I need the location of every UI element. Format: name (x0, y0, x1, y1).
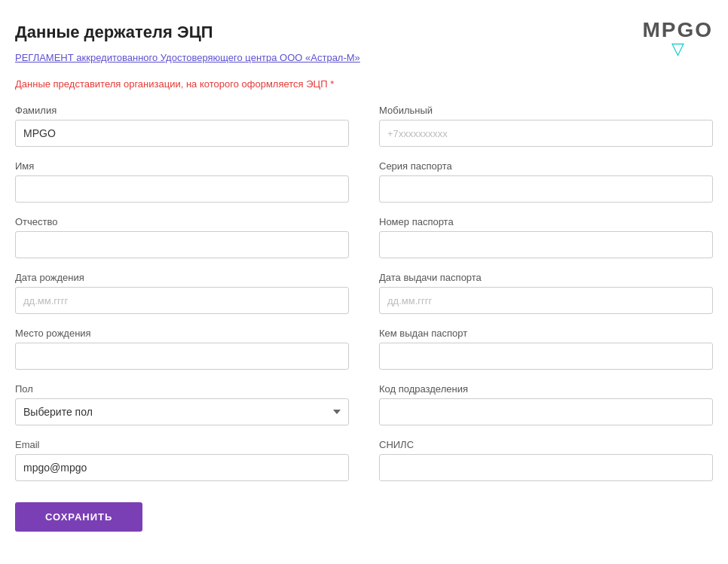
input-last-name[interactable] (15, 120, 349, 147)
label-division-code: Код подразделения (379, 383, 713, 395)
label-snils: СНИЛС (379, 439, 713, 450)
form-left-column: Фамилия Имя Отчество Дата рождения Место… (15, 105, 349, 495)
save-button[interactable]: СОХРАНИТЬ (15, 502, 142, 532)
label-birth-place: Место рождения (15, 328, 349, 339)
input-snils[interactable] (379, 454, 713, 481)
label-first-name: Имя (15, 160, 349, 172)
label-passport-issued-by: Кем выдан паспорт (379, 328, 713, 339)
label-passport-series: Серия паспорта (379, 160, 713, 172)
field-birth-place: Место рождения (15, 328, 349, 370)
label-middle-name: Отчество (15, 216, 349, 227)
logo: MPGO ▽ (642, 18, 713, 59)
reg-link[interactable]: РЕГЛАМЕНТ аккредитованного Удостоверяюще… (15, 52, 360, 63)
select-gender[interactable]: Выберите пол Мужской Женский (15, 398, 349, 425)
field-passport-issue-date: Дата выдачи паспорта (379, 272, 713, 314)
input-passport-number[interactable] (379, 231, 713, 258)
input-first-name[interactable] (15, 175, 349, 203)
form-grid: Фамилия Имя Отчество Дата рождения Место… (15, 105, 713, 495)
label-passport-issue-date: Дата выдачи паспорта (379, 272, 713, 283)
input-middle-name[interactable] (15, 231, 349, 258)
field-last-name: Фамилия (15, 105, 349, 147)
input-mobile[interactable] (379, 120, 713, 147)
input-birth-place[interactable] (15, 343, 349, 370)
page-title: Данные держателя ЭЦП (15, 23, 713, 42)
field-gender: Пол Выберите пол Мужской Женский (15, 383, 349, 425)
field-middle-name: Отчество (15, 216, 349, 258)
label-email: Email (15, 439, 349, 450)
label-birth-date: Дата рождения (15, 272, 349, 283)
logo-arrow: ▽ (671, 39, 684, 59)
input-passport-issue-date[interactable] (379, 287, 713, 314)
input-birth-date[interactable] (15, 287, 349, 314)
field-first-name: Имя (15, 160, 349, 203)
section-label: Данные представителя организации, на кот… (15, 78, 713, 90)
label-mobile: Мобильный (379, 105, 713, 116)
label-last-name: Фамилия (15, 105, 349, 116)
input-passport-series[interactable] (379, 175, 713, 203)
field-passport-number: Номер паспорта (379, 216, 713, 258)
field-mobile: Мобильный (379, 105, 713, 147)
form-right-column: Мобильный Серия паспорта Номер паспорта … (379, 105, 713, 495)
field-passport-issued-by: Кем выдан паспорт (379, 328, 713, 370)
field-birth-date: Дата рождения (15, 272, 349, 314)
label-gender: Пол (15, 383, 349, 395)
page-container: MPGO ▽ Данные держателя ЭЦП РЕГЛАМЕНТ ак… (0, 0, 728, 562)
field-division-code: Код подразделения (379, 383, 713, 425)
field-email: Email (15, 439, 349, 481)
input-email[interactable] (15, 454, 349, 481)
input-passport-issued-by[interactable] (379, 343, 713, 370)
field-passport-series: Серия паспорта (379, 160, 713, 203)
label-passport-number: Номер паспорта (379, 216, 713, 227)
field-snils: СНИЛС (379, 439, 713, 481)
input-division-code[interactable] (379, 398, 713, 425)
